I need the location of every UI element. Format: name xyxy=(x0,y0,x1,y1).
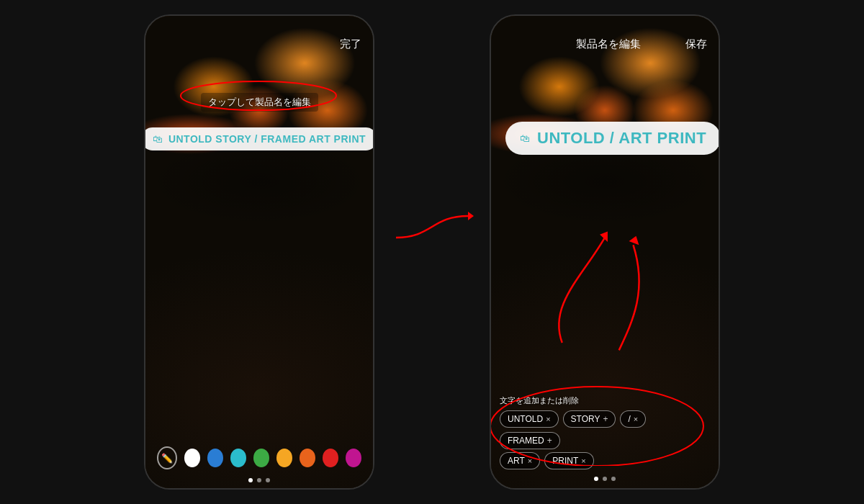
chip-art-text: ART xyxy=(508,456,525,466)
screen2-annotations xyxy=(491,155,719,395)
chip-print-remove[interactable]: × xyxy=(581,456,585,465)
chip-art[interactable]: ART × xyxy=(500,452,540,469)
pencil-tool[interactable]: ✏️ xyxy=(157,446,177,469)
page-dot-2-3 xyxy=(611,477,616,481)
header-1: 完了 xyxy=(145,37,373,57)
bottom-toolbar-1: ✏️ xyxy=(145,438,373,478)
chips-row-1: UNTOLD × STORY + / × FRAMED + xyxy=(500,410,710,449)
product-tag-2[interactable]: 🛍 UNTOLD / ART PRINT xyxy=(505,122,720,155)
header-title-2: 製品名を編集 xyxy=(576,37,641,51)
tap-hint-text: タップして製品名を編集 xyxy=(201,93,318,112)
chip-slash[interactable]: / × xyxy=(620,410,646,428)
page-dot-3 xyxy=(266,478,270,482)
svg-marker-1 xyxy=(468,212,474,220)
page-indicators-2 xyxy=(491,477,719,488)
color-pink[interactable] xyxy=(346,449,361,467)
chip-framed-text: FRAMED xyxy=(508,436,544,446)
color-cyan[interactable] xyxy=(230,449,246,467)
tag-bag-icon-1: 🛍 xyxy=(153,133,163,145)
chip-print[interactable]: PRINT × xyxy=(544,452,593,469)
chip-story-text: STORY xyxy=(571,414,600,424)
tag-bag-icon-2: 🛍 xyxy=(520,132,530,144)
chip-slash-text: / xyxy=(628,414,630,424)
page-dot-2 xyxy=(257,478,261,482)
chip-untold[interactable]: UNTOLD × xyxy=(500,410,559,428)
color-yellow[interactable] xyxy=(276,449,292,467)
header-action-done[interactable]: 完了 xyxy=(340,37,361,51)
color-red[interactable] xyxy=(323,449,338,467)
page-dot-2-1 xyxy=(594,477,598,481)
chip-print-text: PRINT xyxy=(552,456,578,466)
chip-slash-remove[interactable]: × xyxy=(634,415,638,423)
chip-untold-text: UNTOLD xyxy=(508,414,543,424)
chip-untold-remove[interactable]: × xyxy=(546,415,550,423)
svg-marker-2 xyxy=(629,236,639,246)
chip-story[interactable]: STORY + xyxy=(563,410,616,428)
chip-framed[interactable]: FRAMED + xyxy=(500,432,560,449)
chip-story-add[interactable]: + xyxy=(603,414,608,424)
connector-arrow xyxy=(389,108,475,396)
color-white[interactable] xyxy=(184,449,200,467)
status-bar-1 xyxy=(145,16,373,37)
page-dot-1 xyxy=(248,478,253,482)
chip-art-remove[interactable]: × xyxy=(528,456,532,465)
pencil-icon: ✏️ xyxy=(161,453,173,464)
phone-screen-2: 製品名を編集 保存 🛍 UNTOLD / ART PRINT xyxy=(490,14,720,490)
product-tag-text-1: UNTOLD STORY / FRAMED ART PRINT xyxy=(168,133,366,145)
product-tag-text-2: UNTOLD / ART PRINT xyxy=(537,129,706,148)
color-green[interactable] xyxy=(253,449,269,467)
header-action-save[interactable]: 保存 xyxy=(685,37,707,51)
color-blue[interactable] xyxy=(207,449,223,467)
status-bar-2 xyxy=(491,16,719,37)
page-indicators-1 xyxy=(145,478,373,488)
phone-screen-1: 完了 タップして製品名を編集 🛍 UNTOLD STORY / FRAMED A… xyxy=(144,14,374,490)
chips-label-text: 文字を追加または削除 xyxy=(500,395,710,406)
chip-framed-add[interactable]: + xyxy=(547,436,552,446)
svg-marker-3 xyxy=(600,231,608,242)
product-tag-1[interactable]: 🛍 UNTOLD STORY / FRAMED ART PRINT xyxy=(144,127,374,150)
page-dot-2-2 xyxy=(603,477,607,481)
color-orange[interactable] xyxy=(300,449,315,467)
header-2: 製品名を編集 保存 xyxy=(491,37,719,57)
chips-row-2: ART × PRINT × xyxy=(500,452,710,469)
